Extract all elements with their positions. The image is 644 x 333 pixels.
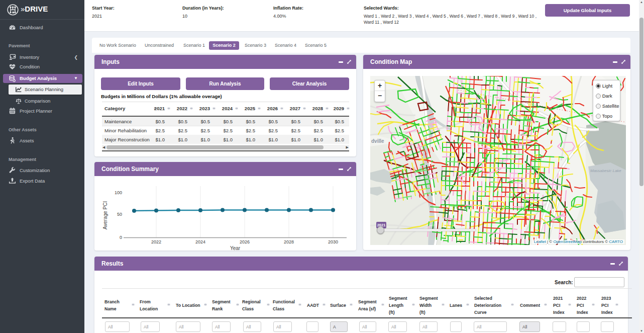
svg-text:2026: 2026 — [240, 239, 250, 244]
svg-text:2028: 2028 — [284, 239, 294, 244]
svg-text:Year: Year — [230, 245, 241, 251]
svg-text:100: 100 — [115, 190, 122, 195]
svg-text:2030: 2030 — [328, 239, 338, 244]
svg-text:2022: 2022 — [151, 239, 161, 244]
svg-text:0: 0 — [120, 235, 122, 240]
svg-text:2024: 2024 — [195, 239, 205, 244]
svg-text:50: 50 — [117, 212, 122, 217]
svg-text:Average PCI: Average PCI — [102, 201, 108, 230]
